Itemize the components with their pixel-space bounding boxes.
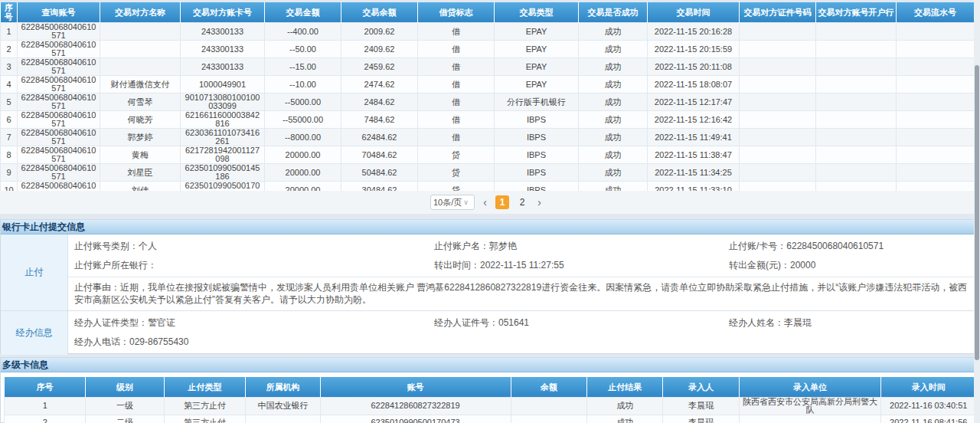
stop-payment-panel-title: 银行卡止付提交信息 (1, 220, 979, 234)
cell: 2022-11-15 12:17:47 (648, 93, 740, 111)
cell: IBPS (495, 129, 579, 146)
cell: 6217281942001127098 (181, 146, 265, 164)
column-header-counterparty-card: 交易对方账卡号 (181, 2, 265, 23)
cell (816, 146, 897, 164)
table-row: 46228450068040610571财付通微信支付1000049901--1… (1, 76, 975, 93)
cell: IBPS (495, 111, 579, 129)
field-transfer-time: 转出时间：2022-11-15 11:27:55 (434, 258, 729, 272)
table-row: 2二级第三方止付6235010990500170473成功李晨琨2022-11-… (5, 415, 976, 423)
cell: 借 (418, 58, 495, 76)
cell: IBPS (495, 146, 579, 164)
cell: 2409.62 (341, 41, 418, 58)
page-button-1[interactable]: 1 (495, 195, 509, 209)
cell: 2022-11-15 18:08:07 (648, 76, 740, 93)
cell: 成功 (579, 58, 648, 76)
cell: 2022-11-15 20:15:59 (648, 41, 740, 58)
table-row: 76228450068040610571郭梦婷62303611010734162… (1, 129, 975, 146)
cell: 李晨琨 (663, 415, 739, 423)
cell: 1 (5, 397, 86, 415)
prev-page-button[interactable]: ‹ (481, 195, 489, 209)
cell: 成功 (579, 129, 648, 146)
cell: 6230361101073416261 (181, 129, 265, 146)
field-empty (434, 335, 729, 349)
cell: EPAY (495, 76, 579, 93)
cell: --50.00 (265, 41, 341, 58)
cell (511, 415, 586, 423)
cell: 陕西省西安市公安局高新分局刑警大队 (739, 397, 881, 415)
cell: 借 (418, 41, 495, 58)
cell: 4 (1, 76, 18, 93)
cell: 6228450068040610571 (18, 164, 100, 182)
cell: 7 (1, 129, 18, 146)
group-label-stop-payment: 止付 (1, 234, 68, 310)
cell: 成功 (579, 164, 648, 182)
next-page-button[interactable]: › (535, 195, 544, 209)
cell: 20000.00 (265, 146, 341, 164)
cell: 6228450068040610571 (18, 129, 100, 146)
cell: EPAY (495, 41, 579, 58)
cell: 2022-11-15 20:16:28 (648, 23, 740, 41)
multicard-panel: 多级卡信息 序号 级别 止付类型 所属机构 账号 余额 止付结果 录入人 录入单… (0, 357, 980, 423)
cell: 6228450068040610571 (18, 58, 100, 76)
table-row: 1一级第三方止付中国农业银行6228412860827322819成功李晨琨陕西… (5, 397, 976, 415)
stop-payment-reason: 止付事由：近期，我单位在接报刘妮被骗警情中，发现涉案人员利用贵单位相关账户 曹鸿… (68, 277, 979, 310)
cell: 1 (1, 23, 18, 41)
cell (100, 23, 181, 41)
cell: 6228412860827322819 (320, 397, 511, 415)
cell: 刘星臣 (100, 164, 181, 182)
cell: EPAY (495, 58, 579, 76)
table-header-row: 序号 级别 止付类型 所属机构 账号 余额 止付结果 录入人 录入单位 录入时间 (5, 377, 976, 397)
column-header-entry-unit: 录入单位 (739, 377, 881, 397)
stop-payment-panel-body: 止付 止付账号类别：个人 止付账户名：郭梦艳 止付账/卡号：6228450068… (1, 234, 979, 355)
column-header-balance: 交易余额 (341, 2, 418, 23)
cell (897, 41, 975, 58)
cell: 第三方止付 (164, 415, 245, 423)
cell: 3 (1, 58, 18, 76)
cell: 9010713080100100033099 (181, 93, 265, 111)
multicard-panel-title: 多级卡信息 (1, 358, 979, 372)
cell: --8000.00 (265, 129, 341, 146)
cell: 6216611600003842816 (181, 111, 265, 129)
field-handler-phone: 经办人电话：029-86755430 (74, 335, 434, 349)
cell: 贷 (418, 164, 495, 182)
table-row: 36228450068040610571243300133--15.002459… (1, 58, 975, 76)
page-button-2[interactable]: 2 (515, 195, 529, 209)
column-header-index: 序号 (1, 2, 18, 23)
cell: 成功 (579, 146, 648, 164)
table-row: 56228450068040610571何雪琴90107130801001000… (1, 93, 975, 111)
cell (739, 415, 881, 423)
cell: 1000049901 (181, 76, 265, 93)
cell: 2022-11-16 08:41:56 (881, 415, 976, 423)
cell (816, 58, 897, 76)
column-header-account: 账号 (320, 377, 511, 397)
field-account-category: 止付账号类别：个人 (74, 239, 434, 253)
cell (816, 23, 897, 41)
transactions-table-section: 序号 查询账号 交易对方名称 交易对方账卡号 交易金额 交易余额 借贷标志 交易… (0, 2, 974, 199)
cell (740, 76, 816, 93)
cell: 郭梦婷 (100, 129, 181, 146)
cell: 成功 (579, 76, 648, 93)
cell: 何雪琴 (100, 93, 181, 111)
field-transfer-amount: 转出金额(元)：20000 (729, 258, 979, 272)
cell: 8 (1, 146, 18, 164)
cell: 20000.00 (265, 164, 341, 182)
page-size-select[interactable]: 10条/页 ∨ (430, 195, 475, 210)
cell (740, 93, 816, 111)
cell (897, 76, 975, 93)
column-header-time: 交易时间 (648, 2, 740, 23)
scrollbar-thumb[interactable] (975, 65, 979, 360)
column-header-entry-time: 录入时间 (881, 377, 976, 397)
cell: 黄梅 (100, 146, 181, 164)
cell (897, 164, 975, 182)
cell: 2022-11-15 11:34:25 (648, 164, 740, 182)
table-row: 96228450068040610571刘星臣62350109905001451… (1, 164, 975, 182)
cell: 2022-11-15 11:49:41 (648, 129, 740, 146)
cell: 成功 (579, 41, 648, 58)
cell: EPAY (495, 23, 579, 41)
column-header-success: 交易是否成功 (579, 2, 648, 23)
cell (100, 58, 181, 76)
cell (740, 164, 816, 182)
table-header-row: 序号 查询账号 交易对方名称 交易对方账卡号 交易金额 交易余额 借贷标志 交易… (1, 2, 975, 23)
cell: 6235010990500170473 (320, 415, 511, 423)
column-header-entered-by: 录入人 (663, 377, 739, 397)
